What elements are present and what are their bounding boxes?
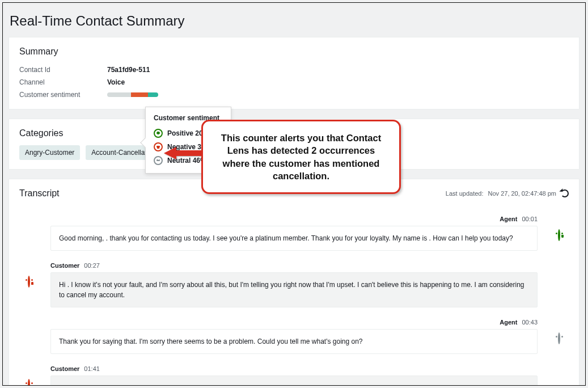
- speaker-label: Agent: [500, 319, 517, 326]
- refresh-icon[interactable]: [561, 189, 569, 197]
- turn-time: 01:41: [84, 365, 100, 372]
- sentiment-bar-positive: [148, 92, 158, 97]
- turn-text: Thank you for saying that. I'm sorry the…: [50, 329, 538, 354]
- transcript-turn: Thank you for saying that. I'm sorry the…: [50, 329, 538, 354]
- transcript-last-updated: Last updated: Nov 27, 20, 02:47:48 pm: [446, 189, 569, 197]
- speaker-label: Agent: [500, 216, 517, 222]
- annotation-text: This counter alerts you that Contact Len…: [215, 132, 387, 182]
- sentiment-bar-negative: [131, 92, 148, 97]
- sentiment-bar[interactable]: [107, 92, 158, 97]
- turn-text: OK. So it's Friday and I need to get to …: [50, 376, 538, 386]
- smile-icon: [154, 129, 163, 138]
- transcript-panel: Transcript Last updated: Nov 27, 20, 02:…: [9, 179, 579, 386]
- turn-text: Hi . I know it's not your fault, and I'm…: [50, 272, 538, 307]
- page-title: Real-Time Contact Summary: [3, 3, 585, 37]
- turn-text: Good morning, . thank you for contacting…: [50, 226, 538, 251]
- turn-time: 00:01: [522, 216, 538, 222]
- sentiment-icon: [28, 277, 30, 287]
- contact-id-value: 75a1fd9e-511: [107, 64, 150, 76]
- last-updated-label: Last updated:: [446, 190, 484, 197]
- channel-label: Channel: [19, 76, 107, 88]
- turn-time: 00:27: [84, 262, 100, 269]
- transcript-title: Transcript: [19, 188, 60, 199]
- turn-time: 00:43: [522, 319, 538, 326]
- channel-value: Voice: [107, 76, 125, 88]
- category-chip-angry-customer[interactable]: Angry-Customer: [19, 145, 80, 160]
- summary-panel: Summary Contact Id 75a1fd9e-511 Channel …: [9, 37, 579, 109]
- annotation-callout: This counter alerts you that Contact Len…: [201, 120, 401, 194]
- speaker-label: Customer: [50, 365, 79, 372]
- svg-marker-0: [164, 147, 204, 159]
- sentiment-bar-neutral: [107, 92, 131, 97]
- sentiment-label: Customer sentiment: [19, 88, 107, 101]
- chip-label: Angry-Customer: [25, 149, 74, 157]
- annotation-arrow: [164, 145, 204, 162]
- sentiment-icon: [558, 230, 560, 241]
- neutral-icon: [154, 156, 163, 165]
- transcript-turn: Hi . I know it's not your fault, and I'm…: [50, 272, 538, 307]
- sentiment-icon: [558, 334, 560, 344]
- last-updated-value: Nov 27, 20, 02:47:48 pm: [488, 190, 556, 197]
- transcript-body: Agent00:01 Good morning, . thank you for…: [19, 216, 569, 386]
- sentiment-icon: [28, 380, 30, 386]
- frown-icon: [154, 142, 163, 151]
- contact-id-label: Contact Id: [19, 64, 107, 76]
- summary-title: Summary: [19, 47, 569, 57]
- speaker-label: Customer: [50, 262, 79, 269]
- transcript-turn: OK. So it's Friday and I need to get to …: [50, 376, 538, 386]
- app-frame: Real-Time Contact Summary Summary Contac…: [2, 2, 586, 386]
- transcript-turn: Good morning, . thank you for contacting…: [50, 226, 538, 251]
